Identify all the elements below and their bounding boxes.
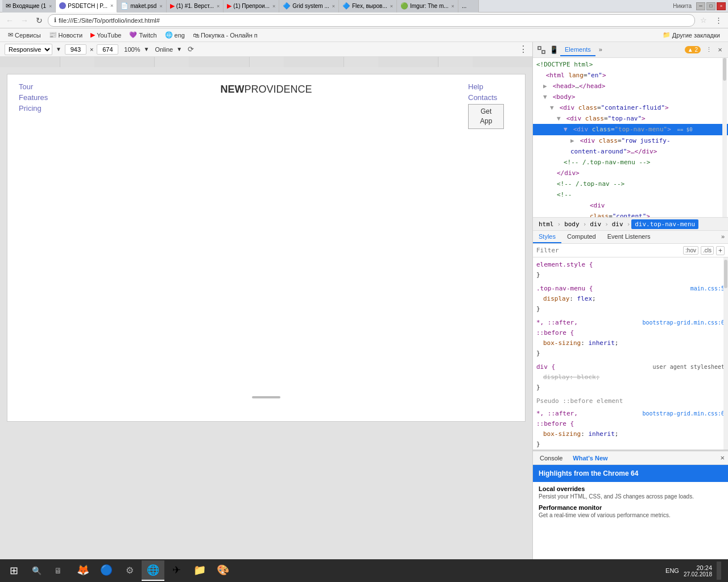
tab-yt2[interactable]: ▶ (1) Препрои... × xyxy=(224,0,279,13)
styles-scrollbar[interactable] xyxy=(723,257,728,450)
tab-more-devtools[interactable]: » xyxy=(595,44,606,56)
devtools-mobile-button[interactable]: 📱 xyxy=(548,44,560,56)
tab-more[interactable]: ... xyxy=(458,0,479,13)
taskbar-app-chrome[interactable]: 🌐 xyxy=(142,560,164,581)
dom-line-container[interactable]: ▼ <div class="container-fluid"> xyxy=(533,102,728,113)
dom-line-comment2[interactable]: <!-- /.top-nav --> xyxy=(533,178,728,189)
taskbar-app-ie[interactable]: 🔵 xyxy=(95,560,118,581)
dom-line-html[interactable]: <html lang="en"> xyxy=(533,70,728,81)
tab-bootstrap[interactable]: 🔷 Grid system ... × xyxy=(279,0,339,13)
tab-close-icon-maket[interactable]: × xyxy=(159,3,162,9)
tab-computed[interactable]: Computed xyxy=(561,231,602,243)
console-close-btn[interactable]: × xyxy=(720,454,725,462)
tab-close-icon-yt2[interactable]: × xyxy=(272,3,275,9)
taskbar-app-photoshop[interactable]: 🎨 xyxy=(212,560,234,581)
tab-psdetch[interactable]: PSDETCH | P... × xyxy=(56,0,117,13)
console-tab-console[interactable]: Console xyxy=(536,454,566,463)
devtools-settings-button[interactable]: ⋮ xyxy=(703,44,714,56)
back-button[interactable]: ← xyxy=(3,14,16,27)
close-button[interactable]: × xyxy=(717,2,726,10)
tab-event-listeners[interactable]: Event Listeners xyxy=(602,231,656,243)
breadcrumb-div2[interactable]: div xyxy=(610,219,626,229)
site-nav-features[interactable]: Features xyxy=(19,93,64,102)
site-nav-contacts[interactable]: Contacts xyxy=(468,93,497,102)
reload-button[interactable]: ↻ xyxy=(33,14,46,27)
breadcrumb-body[interactable]: body xyxy=(562,219,582,229)
taskbar-app-files[interactable]: 📁 xyxy=(188,560,211,581)
address-bar[interactable]: ℹ file:///E:/Site/To/portfolio/indext.ht… xyxy=(48,14,695,27)
tab-styles-more[interactable]: » xyxy=(718,231,728,243)
bookmark-twitch[interactable]: 💜 Twitch xyxy=(126,30,160,40)
dom-expand-row[interactable]: ▶ xyxy=(570,136,576,146)
forward-button[interactable]: → xyxy=(18,14,31,27)
dom-line-comment1[interactable]: <!-- /.top-nav-menu --> xyxy=(533,157,728,168)
tab-maket[interactable]: 📄 maket.psd × xyxy=(117,0,166,13)
viewport-rotate-icon[interactable]: ⟳ xyxy=(188,45,194,53)
tab-close-icon[interactable]: × xyxy=(49,3,52,9)
dom-expand-topnavmenu[interactable]: ▼ xyxy=(564,124,569,134)
settings-button[interactable]: ⋮ xyxy=(712,14,725,27)
dom-line-comment3[interactable]: <!-- xyxy=(533,189,728,200)
maximize-button[interactable]: □ xyxy=(706,2,715,10)
style-source-before[interactable]: bootstrap-grid.min.css:6 xyxy=(643,318,725,338)
tab-flex[interactable]: 🔷 Flex, выров... × xyxy=(339,0,397,13)
dom-line-doctype[interactable]: <!DOCTYPE html> xyxy=(533,59,728,70)
dom-line-body[interactable]: ▼ <body> xyxy=(533,92,728,102)
bookmark-shop[interactable]: 🛍 Покупка - Онлайн п xyxy=(189,31,261,40)
taskbar-show-desktop-button[interactable] xyxy=(717,562,721,580)
bookmark-other[interactable]: 📁 Другие закладки xyxy=(659,30,723,40)
dom-line-row2[interactable]: content-around">…</div> xyxy=(533,146,728,157)
dom-line-head[interactable]: ▶ <head>…</head> xyxy=(533,81,728,92)
viewport-mode-select[interactable]: Responsive xyxy=(5,44,52,55)
dom-expand-topnav[interactable]: ▼ xyxy=(557,114,562,123)
filter-cls-btn[interactable]: .cls xyxy=(701,246,714,255)
viewport-height-input[interactable] xyxy=(97,44,118,55)
bookmark-news[interactable]: 📰 Новости xyxy=(46,30,86,40)
style-source-topnavmenu[interactable]: main.css:5 xyxy=(690,284,725,294)
styles-filter-input[interactable] xyxy=(536,247,681,254)
taskbar-app-settings[interactable]: ⚙ xyxy=(118,560,141,581)
dom-expand-body[interactable]: ▼ xyxy=(543,92,549,102)
dom-line-divContent[interactable]: <div xyxy=(533,200,728,211)
search-button[interactable]: 🔍 xyxy=(26,562,47,580)
style-source-pseudo[interactable]: bootstrap-grid.min.css:6 xyxy=(643,409,725,429)
taskbar-app-firefox[interactable]: 🦊 xyxy=(72,560,94,581)
dom-line-classContent[interactable]: class="content"> xyxy=(533,211,728,217)
dom-expand-container[interactable]: ▼ xyxy=(550,103,556,113)
breadcrumb-topnavmenu[interactable]: div.top-nav-menu xyxy=(631,219,698,229)
filter-add-btn[interactable]: + xyxy=(716,246,725,255)
devtools-close-button[interactable]: × xyxy=(714,44,726,56)
dom-line-topnav[interactable]: ▼ <div class="top-nav"> xyxy=(533,113,728,124)
task-view-button[interactable]: 🖥 xyxy=(48,562,68,580)
tab-imgur[interactable]: 🟢 Imgur: The m... × xyxy=(397,0,458,13)
tab-close-icon-flex[interactable]: × xyxy=(390,3,393,9)
tab-close-icon-imgur[interactable]: × xyxy=(452,3,454,9)
dom-line-topnavmenu[interactable]: ▼ <div class="top-nav-menu"> == $0 xyxy=(533,124,728,135)
site-nav-tour[interactable]: Tour xyxy=(19,82,64,91)
tab-gmail[interactable]: ✉ Входящие (1 × xyxy=(2,0,56,13)
dom-scrollbar[interactable] xyxy=(722,58,727,217)
console-tab-whatsnew[interactable]: What's New xyxy=(569,454,611,463)
viewport-more-icon[interactable]: ⋮ xyxy=(519,44,528,55)
dom-line-closediv1[interactable]: </div> xyxy=(533,168,728,178)
viewport-width-input[interactable] xyxy=(65,44,86,55)
devtools-inspect-button[interactable] xyxy=(535,44,548,56)
site-nav-pricing[interactable]: Pricing xyxy=(19,104,64,113)
site-nav-help[interactable]: Help xyxy=(468,82,483,91)
filter-hov-btn[interactable]: :hov xyxy=(683,246,698,255)
minimize-button[interactable]: ─ xyxy=(696,2,705,10)
tab-close-icon-bootstrap[interactable]: × xyxy=(332,3,335,9)
bookmark-services[interactable]: ✉ Сервисы xyxy=(5,30,44,40)
tab-styles[interactable]: Styles xyxy=(533,231,561,243)
dom-expand-head[interactable]: ▶ xyxy=(543,81,549,91)
tab-close-icon-psdetch[interactable]: × xyxy=(110,3,113,9)
bookmark-eng[interactable]: 🌐 eng xyxy=(162,30,188,40)
tab-yt1[interactable]: ▶ (1) #1. Верст... × xyxy=(167,0,224,13)
bookmark-star-button[interactable]: ☆ xyxy=(697,14,710,27)
tab-elements[interactable]: Elements xyxy=(560,44,595,56)
breadcrumb-html[interactable]: html xyxy=(536,219,556,229)
breadcrumb-div1[interactable]: div xyxy=(588,219,603,229)
taskbar-app-telegram[interactable]: ✈ xyxy=(165,560,188,581)
start-button[interactable]: ⊞ xyxy=(2,560,25,581)
dom-line-row[interactable]: ▶ <div class="row justify- xyxy=(533,135,728,146)
